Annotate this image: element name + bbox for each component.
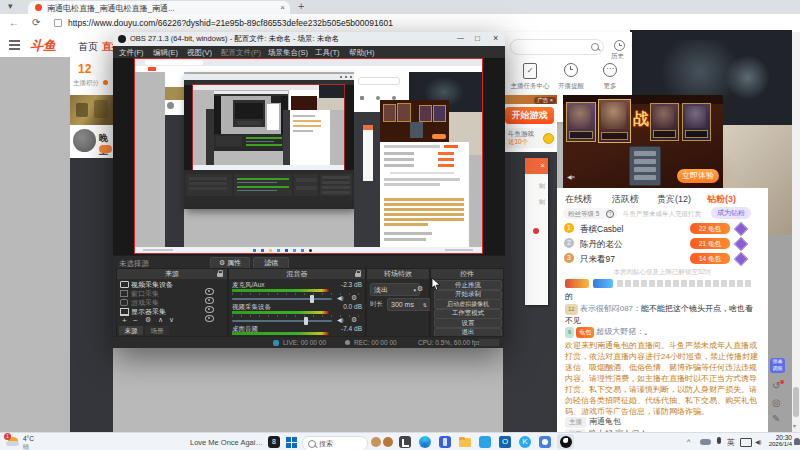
room-banner-image[interactable]: [70, 95, 113, 125]
taskbar-app-edge[interactable]: [419, 436, 431, 448]
hamburger-icon[interactable]: [9, 40, 20, 42]
transition-select[interactable]: 淡出▾: [370, 283, 420, 296]
chat-tab-vip[interactable]: 贵宾(12): [657, 193, 691, 206]
mixer-ch2-gear-icon[interactable]: ⚙: [351, 316, 357, 324]
taskbar-app-settings[interactable]: [539, 436, 551, 448]
menu-help[interactable]: 帮助(H): [349, 48, 374, 58]
taskbar-app-outlook[interactable]: O: [499, 436, 511, 448]
menu-tools[interactable]: 工具(T): [315, 48, 340, 58]
taskbar-app-phone[interactable]: [439, 436, 451, 448]
mixer-ch1-slider[interactable]: [232, 298, 332, 300]
dock-tab-scenes[interactable]: 场景: [145, 326, 169, 335]
reload-icon[interactable]: ⟳: [32, 17, 40, 28]
onedrive-icon[interactable]: [700, 439, 711, 445]
tray-chevron-icon[interactable]: ^: [687, 438, 690, 445]
minimize-button[interactable]: —: [457, 34, 464, 41]
tray-clock[interactable]: 20:30 2026/1/4: [766, 434, 792, 450]
game-promo-player[interactable]: 战 ◀× 立即体验: [563, 95, 723, 188]
mixer-ch2-volume-icon[interactable]: ◀): [337, 317, 344, 323]
live-reminder-label[interactable]: 开播提醒: [554, 82, 588, 91]
fan-level-pill[interactable]: 粉丝等级 5 ?: [563, 208, 617, 219]
more-label[interactable]: 更多: [599, 82, 621, 91]
start-game-button[interactable]: 开始游戏: [505, 107, 554, 124]
virtual-camera-button[interactable]: 启动虚拟摄像机: [434, 299, 502, 309]
mixer-ch1-gear-icon[interactable]: ⚙: [351, 294, 357, 302]
page-scrollbar[interactable]: ▾: [792, 32, 800, 432]
menu-scene-collection[interactable]: 场景集合(S): [268, 48, 308, 58]
volume-icon[interactable]: ◀): [755, 439, 762, 445]
search-input[interactable]: [510, 39, 604, 55]
menu-view[interactable]: 视图(V): [187, 48, 212, 58]
info-icon[interactable]: ?: [606, 210, 614, 218]
url-text[interactable]: https://www.douyu.com/66226?dyshid=21e95…: [68, 18, 628, 28]
display-icon[interactable]: [740, 438, 752, 447]
share-float-icon[interactable]: ✎: [772, 413, 780, 424]
douyu-logo[interactable]: 斗鱼: [30, 37, 56, 55]
nav-home[interactable]: 首页: [78, 40, 98, 54]
chat-user[interactable]: 表示很郁闷087: [580, 304, 633, 313]
add-source-icon[interactable]: +: [122, 316, 127, 325]
chat-tab-diamond[interactable]: 钻粉(3): [707, 193, 736, 206]
taskbar-app-kugou[interactable]: K: [519, 436, 531, 448]
live-reminder-icon[interactable]: [564, 63, 578, 77]
transition-gear-icon[interactable]: ⚙: [417, 285, 423, 293]
search-highlight-icon[interactable]: [383, 437, 393, 447]
tab-close-icon[interactable]: ×: [280, 3, 285, 12]
search-highlight-icon[interactable]: [371, 437, 381, 447]
menu-file[interactable]: 文件(F): [119, 48, 144, 58]
popup-close-icon[interactable]: ×: [540, 161, 545, 170]
dock-lock-icon[interactable]: [355, 273, 361, 277]
settings-float-icon[interactable]: ◎: [772, 397, 781, 408]
site-security-icon[interactable]: [54, 19, 62, 27]
taskbar-app-blue[interactable]: [479, 436, 491, 448]
new-tab-button[interactable]: +: [298, 0, 304, 12]
taskbar-search[interactable]: 搜索: [302, 436, 368, 450]
more-icon[interactable]: ⋯: [603, 63, 617, 77]
source-row-display[interactable]: 显示器采集: [117, 306, 225, 315]
obs-title-bar[interactable]: OBS 27.1.3 (64-bit, windows) - 配置文件: 未命名…: [113, 32, 505, 46]
promo-mute-icon[interactable]: ◀×: [567, 174, 575, 180]
music-title[interactable]: Love Me Once Again - 王: [190, 438, 266, 448]
source-row-game[interactable]: 游戏采集: [117, 297, 225, 306]
source-row-camera[interactable]: 视频采集设备: [117, 279, 225, 288]
mic-icon[interactable]: [717, 437, 721, 444]
chat-user[interactable]: 超级大野猪: [596, 327, 636, 336]
tab-list-chevron-icon[interactable]: ▾: [8, 1, 13, 11]
chat-tab-online[interactable]: 在线榜: [565, 193, 592, 206]
duration-input[interactable]: 300 ms⇅: [387, 298, 431, 311]
start-recording-button[interactable]: 开始录制: [434, 290, 502, 300]
task-center-label[interactable]: 主播任务中心: [507, 82, 553, 91]
dock-lock-icon[interactable]: [217, 273, 223, 277]
remove-source-icon[interactable]: −: [133, 316, 138, 325]
promo-try-button[interactable]: 立即体验: [677, 169, 719, 183]
anchor-avatar[interactable]: [73, 129, 96, 152]
obs-preview[interactable]: [113, 58, 505, 255]
source-row-window[interactable]: 窗口采集: [117, 288, 225, 297]
move-down-icon[interactable]: ∨: [169, 316, 174, 324]
taskbar-app-dark[interactable]: [399, 436, 411, 448]
close-button[interactable]: ×: [493, 33, 498, 43]
mixer-ch1-volume-icon[interactable]: ◀): [337, 295, 344, 301]
history-label[interactable]: 历史: [611, 52, 624, 61]
history-icon[interactable]: [614, 40, 625, 51]
notification-bell-icon[interactable]: [794, 438, 800, 445]
source-properties-icon[interactable]: ⚙: [145, 316, 151, 324]
chat-tab-active[interactable]: 活跃榜: [612, 193, 639, 206]
scrollbar-thumb[interactable]: [793, 387, 799, 417]
game-gift-pill[interactable]: 斗鱼游戏 送10个: [505, 128, 555, 148]
history-float-icon[interactable]: ↺: [772, 380, 780, 391]
task-center-icon[interactable]: ✓: [523, 63, 537, 79]
danmu-tune-badge[interactable]: 弹幕 调频: [770, 358, 785, 373]
start-button[interactable]: [286, 437, 297, 448]
mixer-ch2-slider[interactable]: [232, 320, 332, 322]
back-icon[interactable]: ←: [9, 17, 19, 28]
move-up-icon[interactable]: ∧: [158, 316, 163, 324]
studio-mode-button[interactable]: 工作室模式: [434, 309, 502, 319]
taskbar-app-obs-active[interactable]: [557, 434, 574, 449]
weather-widget[interactable]: 1 4°C 晴: [6, 435, 66, 449]
menu-edit[interactable]: 编辑(E): [153, 48, 178, 58]
dock-tab-sources[interactable]: 来源: [119, 326, 143, 335]
taskbar-app-explorer[interactable]: [459, 436, 471, 448]
stop-streaming-button[interactable]: 停止推流: [434, 280, 502, 290]
settings-button[interactable]: 设置: [434, 318, 502, 328]
